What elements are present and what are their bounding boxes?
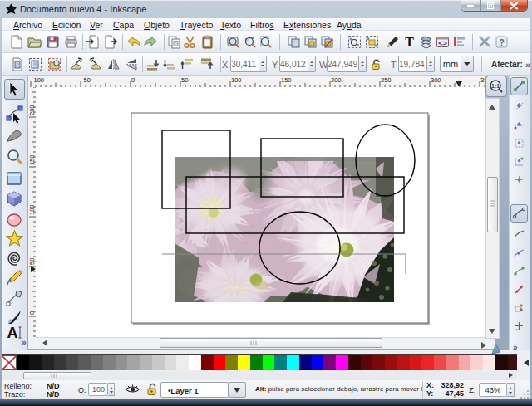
- svg-text:100: 100: [28, 204, 36, 215]
- svg-text:<>: <>: [438, 39, 447, 47]
- svg-text:-50: -50: [81, 76, 91, 84]
- svg-text:?: ?: [499, 38, 504, 47]
- svg-text:200: 200: [28, 105, 36, 115]
- svg-text:50: 50: [28, 258, 36, 265]
- svg-text:0: 0: [28, 311, 36, 315]
- svg-text:200: 200: [331, 76, 342, 84]
- svg-text:A: A: [7, 325, 18, 341]
- svg-text:300: 300: [431, 76, 441, 84]
- svg-text:100: 100: [231, 76, 242, 84]
- svg-text:150: 150: [281, 76, 292, 84]
- svg-text:50: 50: [181, 76, 188, 84]
- svg-text:0: 0: [131, 76, 135, 84]
- svg-text:1:1: 1:1: [491, 83, 500, 89]
- svg-text:250: 250: [381, 76, 392, 84]
- svg-text:T: T: [405, 35, 414, 49]
- svg-text:-100: -100: [32, 76, 44, 84]
- svg-text:150: 150: [28, 154, 36, 165]
